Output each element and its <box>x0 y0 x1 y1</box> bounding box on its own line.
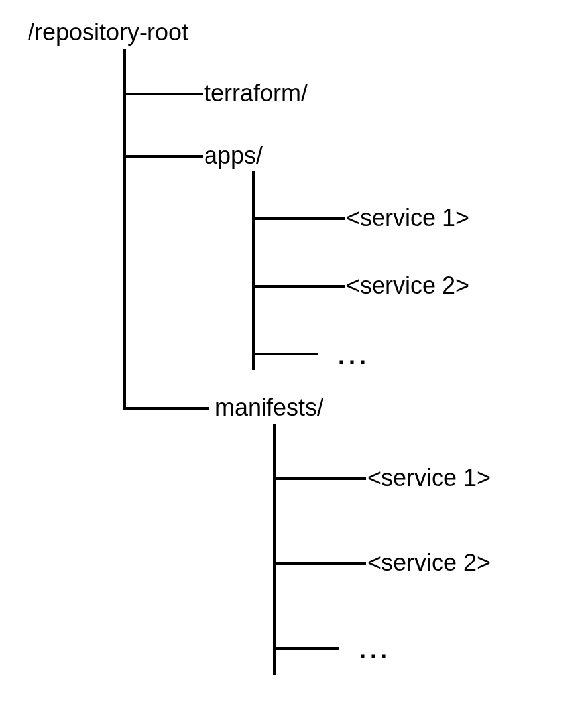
tree-node-apps-ellipsis: ... <box>338 342 370 370</box>
tree-node-manifests-ellipsis: ... <box>359 636 391 664</box>
tree-node-terraform: terraform/ <box>204 80 308 107</box>
tree-connector <box>123 93 203 95</box>
tree-node-manifests: manifests/ <box>215 394 323 422</box>
tree-connector <box>252 353 318 355</box>
tree-connector <box>252 217 345 220</box>
tree-connector <box>273 647 339 650</box>
tree-connector <box>273 562 366 565</box>
tree-connector <box>252 285 345 288</box>
tree-connector <box>123 49 126 410</box>
tree-node-apps: apps/ <box>204 142 263 170</box>
tree-node-manifests-service1: <service 1> <box>367 464 491 492</box>
tree-connector <box>123 407 209 410</box>
tree-connector <box>252 171 255 370</box>
tree-node-manifests-service2: <service 2> <box>367 549 491 577</box>
tree-connector <box>123 155 203 158</box>
tree-connector <box>273 477 366 480</box>
tree-node-apps-service1: <service 1> <box>346 204 469 232</box>
tree-node-apps-service2: <service 2> <box>346 272 469 300</box>
tree-connector <box>273 424 276 675</box>
tree-root: /repository-root <box>28 19 188 46</box>
